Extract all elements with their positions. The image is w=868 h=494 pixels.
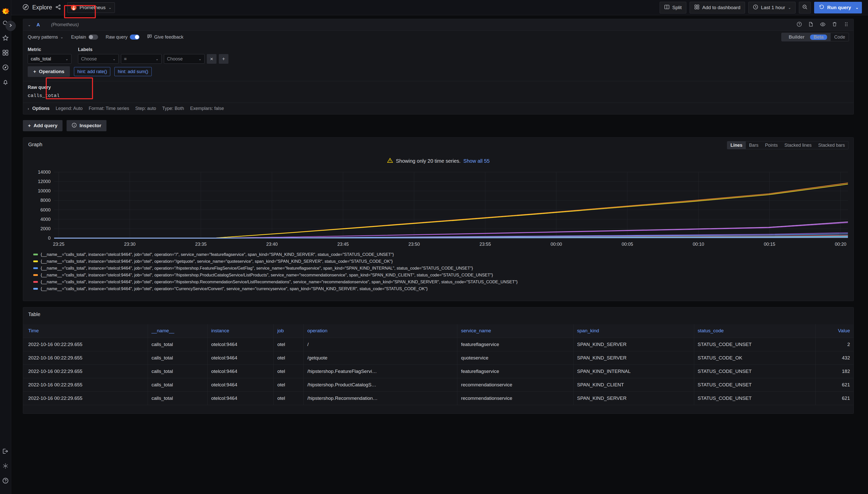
chart-svg: 0200040006000800010000120001400023:2523:… [23, 170, 853, 249]
table-cell: SPAN_KIND_CLIENT [573, 378, 694, 392]
legend-item[interactable]: {__name__="calls_total", instance="otelc… [33, 272, 846, 279]
query-toolbar: Query patterns ⌄ Explain Raw query Give … [23, 31, 853, 43]
add-to-dashboard-button[interactable]: Add to dashboard [690, 2, 745, 14]
table-column-header[interactable]: service_name [457, 324, 574, 338]
hint-add-sum-button[interactable]: hint: add sum() [114, 67, 151, 76]
run-query-button[interactable]: Run query ⌄ [814, 2, 862, 14]
options-toggle[interactable]: › Options [28, 106, 50, 111]
remove-label-button[interactable]: × [207, 54, 217, 64]
operations-label: Operations [39, 69, 64, 74]
metric-value: calls_total [31, 56, 51, 62]
table-column-header[interactable]: operation [304, 324, 457, 338]
trash-icon[interactable] [832, 22, 837, 28]
chevron-down-icon[interactable]: ⌄ [28, 23, 31, 27]
query-options-row[interactable]: › Options Legend: Auto Format: Time seri… [23, 102, 853, 114]
raw-query-switch[interactable] [130, 35, 140, 40]
legend-color-swatch [33, 274, 38, 276]
help-circle-icon[interactable] [797, 22, 802, 28]
label-value-select[interactable]: Choose ⌄ [164, 54, 204, 64]
table-cell: recommendationservice [457, 392, 574, 405]
sidebar-item-help[interactable] [0, 474, 11, 489]
tab-builder[interactable]: Builder Beta [782, 33, 831, 41]
label-operator-value: = [124, 56, 127, 62]
drag-handle-icon[interactable] [844, 22, 849, 28]
y-axis-tick-label: 4000 [40, 217, 51, 222]
plus-icon: + [33, 69, 36, 74]
table-column-header[interactable]: job [274, 324, 304, 338]
sidebar-item-sign-in[interactable] [0, 444, 11, 459]
explain-switch[interactable] [88, 35, 98, 40]
split-label: Split [672, 5, 682, 11]
option-format: Format: Time series [89, 106, 129, 111]
legend-item[interactable]: {__name__="calls_total", instance="otelc… [33, 285, 846, 292]
table-column-header[interactable]: __name__ [148, 324, 207, 338]
table-column-header[interactable]: status_code [694, 324, 815, 338]
viz-mode-lines[interactable]: Lines [727, 141, 746, 149]
viz-mode-stacked-lines[interactable]: Stacked lines [781, 141, 815, 149]
table-row[interactable]: 2022-10-16 00:22:29.655calls_totalotelco… [23, 364, 853, 378]
table-row[interactable]: 2022-10-16 00:22:29.655calls_totalotelco… [23, 338, 853, 351]
time-range-picker[interactable]: Last 1 hour ⌄ [748, 2, 796, 14]
query-patterns-button[interactable]: Query patterns ⌄ [28, 35, 64, 40]
table-cell: SPAN_KIND_INTERNAL [573, 364, 694, 378]
share-nodes-icon[interactable] [55, 4, 61, 11]
chevron-right-icon [8, 23, 13, 28]
legend-item[interactable]: {__name__="calls_total", instance="otelc… [33, 251, 846, 258]
add-label-button[interactable]: + [219, 54, 229, 64]
metric-select[interactable]: calls_total ⌄ [28, 54, 71, 64]
sidebar-item-dashboards[interactable] [0, 46, 11, 60]
eye-icon[interactable] [820, 22, 826, 28]
table-column-header[interactable]: Value [815, 324, 853, 338]
y-axis-tick-label: 8000 [40, 198, 51, 203]
table-cell: SPAN_KIND_SERVER [573, 338, 694, 351]
grafana-logo-icon[interactable] [1, 7, 10, 16]
timeseries-plot[interactable]: 0200040006000800010000120001400023:2523:… [23, 170, 853, 249]
legend-item[interactable]: {__name__="calls_total", instance="otelc… [33, 265, 846, 272]
table-row[interactable]: 2022-10-16 00:22:29.655calls_totalotelco… [23, 378, 853, 392]
viz-mode-bars[interactable]: Bars [746, 141, 762, 149]
label-operator-select[interactable]: = ⌄ [121, 54, 162, 64]
compass-icon [2, 64, 8, 72]
hint-add-rate-button[interactable]: hint: add rate() [74, 67, 110, 76]
query-ref-id[interactable]: A [37, 22, 40, 28]
operations-button[interactable]: + Operations [28, 66, 70, 77]
table-column-header[interactable]: Time [23, 324, 148, 338]
raw-query-section-label: Raw query [28, 85, 849, 90]
give-feedback-link[interactable]: Give feedback [147, 34, 183, 40]
x-axis-tick-label: 23:50 [408, 242, 420, 247]
datasource-picker[interactable]: Prometheus ⌄ [67, 2, 115, 13]
query-patterns-label: Query patterns [28, 35, 58, 40]
sidebar-item-configuration[interactable] [0, 459, 11, 474]
query-header-actions [797, 22, 849, 28]
chevron-down-icon: ⌄ [156, 57, 159, 61]
add-query-button[interactable]: + Add query [23, 120, 62, 131]
sidebar-item-favorites[interactable] [0, 31, 11, 46]
copy-icon[interactable] [808, 22, 814, 28]
sidebar-item-alerting[interactable] [0, 75, 11, 90]
x-axis-tick-label: 00:15 [764, 242, 775, 247]
raw-query-toggle[interactable]: Raw query [106, 35, 140, 40]
chevron-down-icon[interactable]: ⌄ [855, 5, 858, 10]
show-all-series-link[interactable]: Show all 55 [464, 158, 490, 164]
legend-item[interactable]: {__name__="calls_total", instance="otelc… [33, 258, 846, 265]
legend-item[interactable]: {__name__="calls_total", instance="otelc… [33, 279, 846, 285]
query-editor-panel: ⌄ A (Prometheus) Query patterns ⌄ Explai… [23, 19, 854, 114]
sidebar-item-explore[interactable] [0, 60, 11, 75]
table-row[interactable]: 2022-10-16 00:22:29.655calls_totalotelco… [23, 351, 853, 364]
split-button[interactable]: Split [659, 2, 686, 14]
label-name-select[interactable]: Choose ⌄ [78, 54, 119, 64]
tab-code[interactable]: Code [831, 33, 849, 41]
zoom-out-button[interactable] [799, 2, 811, 14]
table-cell: 182 [815, 364, 853, 378]
operations-row: + Operations hint: add rate() hint: add … [23, 66, 853, 81]
viz-mode-stacked-bars[interactable]: Stacked bars [815, 141, 848, 149]
explain-toggle[interactable]: Explain [71, 35, 98, 40]
viz-mode-points[interactable]: Points [762, 141, 781, 149]
table-column-header[interactable]: instance [207, 324, 274, 338]
table-column-header[interactable]: span_kind [573, 324, 694, 338]
table-row[interactable]: 2022-10-16 00:22:29.655calls_totalotelco… [23, 392, 853, 405]
x-axis-tick-label: 23:55 [480, 242, 491, 247]
query-actions: + Add query Inspector [23, 120, 863, 131]
inspector-button[interactable]: Inspector [67, 120, 107, 131]
expand-nav-button[interactable] [5, 21, 16, 31]
